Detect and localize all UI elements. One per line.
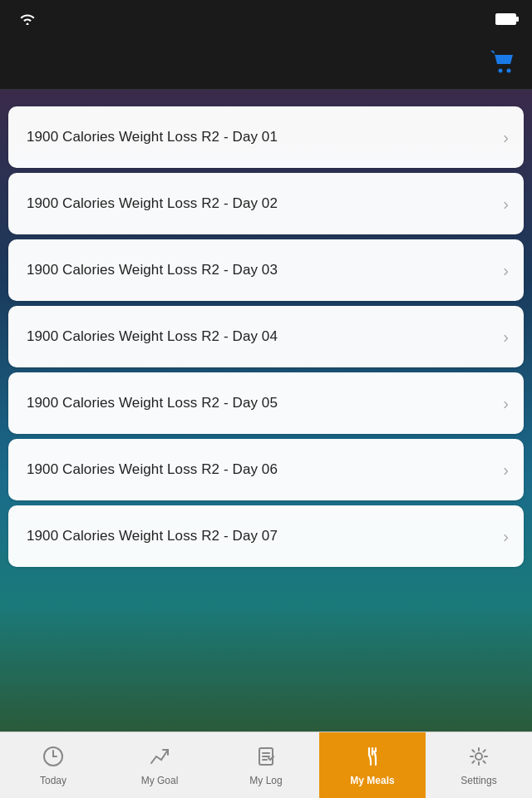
meal-item-7[interactable]: 1900 Calories Weight Loss R2 - Day 07 ›	[8, 505, 524, 567]
battery-icon	[495, 11, 519, 26]
wifi-icon	[20, 11, 35, 26]
cart-button[interactable]	[489, 49, 517, 77]
chevron-right-icon: ›	[503, 461, 509, 478]
status-bar	[0, 0, 532, 37]
log-icon	[254, 745, 278, 771]
tab-label-my-meals: My Meals	[350, 775, 394, 786]
meal-item-2[interactable]: 1900 Calories Weight Loss R2 - Day 02 ›	[8, 173, 524, 234]
status-left	[13, 11, 35, 26]
chevron-right-icon: ›	[503, 395, 509, 411]
meal-label: 1900 Calories Weight Loss R2 - Day 01	[27, 129, 278, 145]
svg-rect-1	[496, 13, 516, 24]
meal-item-5[interactable]: 1900 Calories Weight Loss R2 - Day 05 ›	[8, 372, 524, 434]
tab-my-log[interactable]: My Log	[213, 732, 319, 798]
tab-my-goal[interactable]: My Goal	[106, 732, 213, 798]
tab-label-my-log: My Log	[249, 775, 282, 786]
svg-point-0	[27, 22, 29, 25]
chevron-right-icon: ›	[503, 528, 509, 544]
nav-bar	[0, 37, 532, 90]
meal-label: 1900 Calories Weight Loss R2 - Day 04	[27, 328, 278, 345]
tab-settings[interactable]: Settings	[426, 732, 532, 798]
content-area: 1900 Calories Weight Loss R2 - Day 01 › …	[0, 90, 532, 732]
meal-list: 1900 Calories Weight Loss R2 - Day 01 › …	[0, 106, 532, 567]
tab-today[interactable]: Today	[0, 732, 106, 798]
fork-icon	[361, 745, 384, 771]
tab-label-my-goal: My Goal	[141, 775, 179, 786]
svg-rect-2	[516, 17, 519, 22]
clock-icon	[42, 745, 65, 771]
meal-label: 1900 Calories Weight Loss R2 - Day 07	[27, 528, 278, 544]
tab-label-today: Today	[40, 775, 66, 786]
chevron-right-icon: ›	[503, 262, 509, 278]
svg-point-13	[475, 753, 482, 760]
meal-item-4[interactable]: 1900 Calories Weight Loss R2 - Day 04 ›	[8, 306, 524, 367]
gear-icon	[467, 745, 490, 771]
svg-point-3	[499, 68, 503, 72]
meal-item-1[interactable]: 1900 Calories Weight Loss R2 - Day 01 ›	[8, 106, 524, 168]
meal-label: 1900 Calories Weight Loss R2 - Day 06	[27, 461, 278, 478]
tab-my-meals[interactable]: My Meals	[319, 732, 426, 798]
meal-label: 1900 Calories Weight Loss R2 - Day 02	[27, 195, 278, 212]
meal-label: 1900 Calories Weight Loss R2 - Day 03	[27, 262, 278, 278]
chevron-right-icon: ›	[503, 195, 509, 212]
chevron-right-icon: ›	[503, 328, 509, 345]
chart-icon	[148, 745, 171, 771]
tab-bar: Today My Goal My Log My Meals	[0, 732, 532, 798]
chevron-right-icon: ›	[503, 129, 509, 145]
meal-label: 1900 Calories Weight Loss R2 - Day 05	[27, 395, 278, 411]
meal-item-6[interactable]: 1900 Calories Weight Loss R2 - Day 06 ›	[8, 439, 524, 500]
tab-label-settings: Settings	[461, 775, 496, 786]
svg-point-4	[507, 68, 511, 72]
meal-item-3[interactable]: 1900 Calories Weight Loss R2 - Day 03 ›	[8, 239, 524, 301]
